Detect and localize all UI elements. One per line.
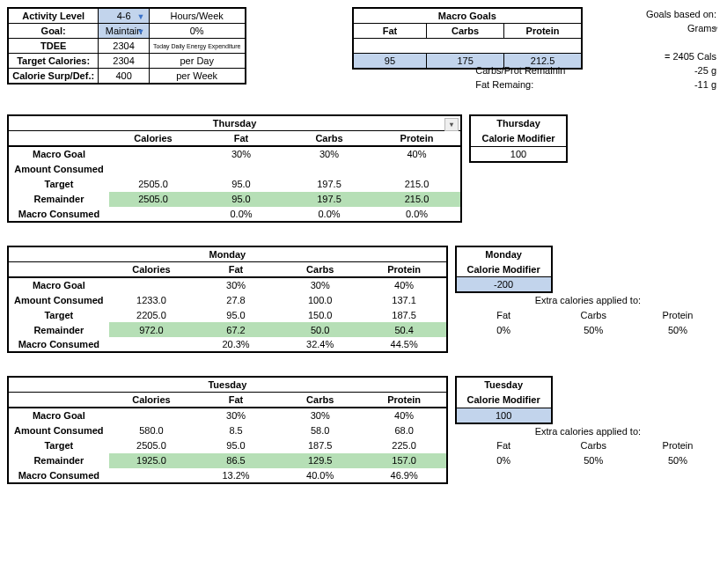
macro-header-fat: Fat bbox=[353, 24, 427, 39]
goals-based-on-label: Goals based on: bbox=[590, 7, 720, 21]
cell-value: 86.5 bbox=[194, 453, 278, 468]
equals-cals: = 2405 Cals bbox=[590, 49, 720, 63]
cell-value bbox=[109, 337, 195, 352]
chevron-down-icon[interactable]: ▼ bbox=[135, 26, 147, 37]
cell-value: 30% bbox=[194, 277, 278, 293]
chevron-down-icon[interactable]: ▾ bbox=[444, 118, 459, 131]
modifier-value[interactable]: 100 bbox=[456, 408, 552, 423]
cell-value: 50.4 bbox=[363, 322, 447, 337]
row-label: Target bbox=[8, 307, 109, 322]
cell-value bbox=[109, 468, 195, 483]
extra-value: 50% bbox=[635, 453, 720, 468]
row-label: Remainder bbox=[8, 322, 109, 337]
cell-value: 197.5 bbox=[285, 192, 373, 207]
macro-footer-label: Fat Remaing: bbox=[470, 79, 533, 90]
col-header: Calories bbox=[109, 261, 195, 277]
cell-value: 20.3% bbox=[194, 337, 278, 352]
modifier-value[interactable]: -200 bbox=[456, 277, 552, 293]
cell-value: 95.0 bbox=[197, 192, 285, 207]
col-header: Carbs bbox=[278, 393, 363, 408]
summary-extra: per Day bbox=[149, 54, 245, 69]
summary-label: Goal: bbox=[8, 24, 99, 39]
modifier-sublabel: Calorie Modifier bbox=[470, 131, 567, 147]
summary-extra: 0% bbox=[149, 24, 245, 39]
day-table: TuesdayTuesdayCaloriesFatCarbsProteinCal… bbox=[7, 376, 720, 484]
row-label: Macro Goal bbox=[8, 146, 109, 162]
col-header: Protein bbox=[363, 261, 447, 277]
extra-header: Fat bbox=[456, 438, 552, 453]
extra-title: Extra calories applied to: bbox=[456, 423, 720, 438]
cell-value bbox=[109, 408, 195, 423]
summary-value: 400 bbox=[99, 69, 150, 85]
cell-value bbox=[285, 162, 373, 177]
chevron-down-icon[interactable]: ▼ bbox=[135, 11, 147, 22]
cell-value: 187.5 bbox=[363, 307, 447, 322]
summary-value[interactable]: Maintain▼ bbox=[99, 24, 150, 39]
cell-value: 40% bbox=[373, 146, 461, 162]
summary-value: 2304 bbox=[99, 39, 150, 54]
cell-value: 2505.0 bbox=[109, 192, 197, 207]
cell-value: 30% bbox=[278, 277, 363, 293]
cell-value: 215.0 bbox=[373, 177, 461, 192]
col-header: Protein bbox=[363, 393, 447, 408]
cell-value: 58.0 bbox=[278, 423, 363, 438]
cell-value: 2505.0 bbox=[109, 438, 195, 453]
cell-value: 0.0% bbox=[285, 207, 373, 222]
macro-header-protein: Protein bbox=[503, 24, 582, 39]
row-label: Macro Goal bbox=[8, 408, 109, 423]
modifier-value[interactable]: 100 bbox=[470, 146, 567, 162]
cell-value: 2505.0 bbox=[109, 177, 197, 192]
cell-value: 30% bbox=[285, 146, 373, 162]
cell-value bbox=[109, 162, 197, 177]
chevron-down-icon[interactable]: ▼ bbox=[709, 23, 720, 34]
cell-value: 225.0 bbox=[363, 438, 447, 453]
summary-value[interactable]: 4-6▼ bbox=[99, 8, 150, 24]
summary-extra: Hours/Week bbox=[149, 8, 245, 24]
summary-label: Target Calories: bbox=[8, 54, 99, 69]
macro-footer-value: -25 g bbox=[694, 65, 716, 76]
modifier-sublabel: Calorie Modifier bbox=[456, 393, 552, 408]
cell-value: 150.0 bbox=[278, 307, 363, 322]
col-header: Carbs bbox=[285, 131, 373, 147]
summary-extra: Today Daily Energy Expenditure bbox=[149, 39, 245, 54]
cell-value: 187.5 bbox=[278, 438, 363, 453]
cell-value: 95.0 bbox=[194, 307, 278, 322]
cell-value: 30% bbox=[278, 408, 363, 423]
row-label: Amount Consumed bbox=[8, 423, 109, 438]
cell-value: 197.5 bbox=[285, 177, 373, 192]
cell-value: 30% bbox=[194, 408, 278, 423]
extra-title: Extra calories applied to: bbox=[456, 292, 720, 307]
col-header: Protein bbox=[373, 131, 461, 147]
day-name-header: Monday bbox=[8, 246, 447, 262]
cell-value bbox=[109, 146, 197, 162]
day-table: MondayMondayCaloriesFatCarbsProteinCalor… bbox=[7, 246, 720, 354]
row-label: Macro Consumed bbox=[8, 207, 109, 222]
cell-value: 27.8 bbox=[194, 292, 278, 307]
cell-value: 0.0% bbox=[373, 207, 461, 222]
extra-header: Carbs bbox=[552, 307, 636, 322]
cell-value: 40% bbox=[363, 408, 447, 423]
row-label: Macro Consumed bbox=[8, 337, 109, 352]
extra-value: 50% bbox=[635, 322, 720, 337]
cell-value: 137.1 bbox=[363, 292, 447, 307]
cell-value bbox=[109, 277, 195, 293]
cell-value bbox=[109, 207, 197, 222]
macro-footer-label: Carbs/Prot Remainin bbox=[470, 65, 565, 76]
extra-header: Protein bbox=[635, 307, 720, 322]
summary-label: Calorie Surp/Def.: bbox=[8, 69, 99, 85]
cell-value: 46.9% bbox=[363, 468, 447, 483]
day-name-header: Tuesday bbox=[8, 377, 447, 393]
macro-value-fat[interactable]: 95 bbox=[353, 54, 427, 70]
col-header: Fat bbox=[197, 131, 285, 147]
modifier-day-label: Tuesday bbox=[456, 377, 552, 393]
day-table: Thursday▾ThursdayCaloriesFatCarbsProtein… bbox=[7, 114, 568, 223]
cell-value bbox=[197, 162, 285, 177]
modifier-day-label: Thursday bbox=[470, 115, 567, 131]
col-header: Fat bbox=[194, 261, 278, 277]
row-label: Target bbox=[8, 177, 109, 192]
cell-value: 67.2 bbox=[194, 322, 278, 337]
extra-header: Carbs bbox=[552, 438, 636, 453]
macro-header-carbs: Carbs bbox=[427, 24, 503, 39]
cell-value: 1233.0 bbox=[109, 292, 195, 307]
modifier-sublabel: Calorie Modifier bbox=[456, 261, 552, 277]
